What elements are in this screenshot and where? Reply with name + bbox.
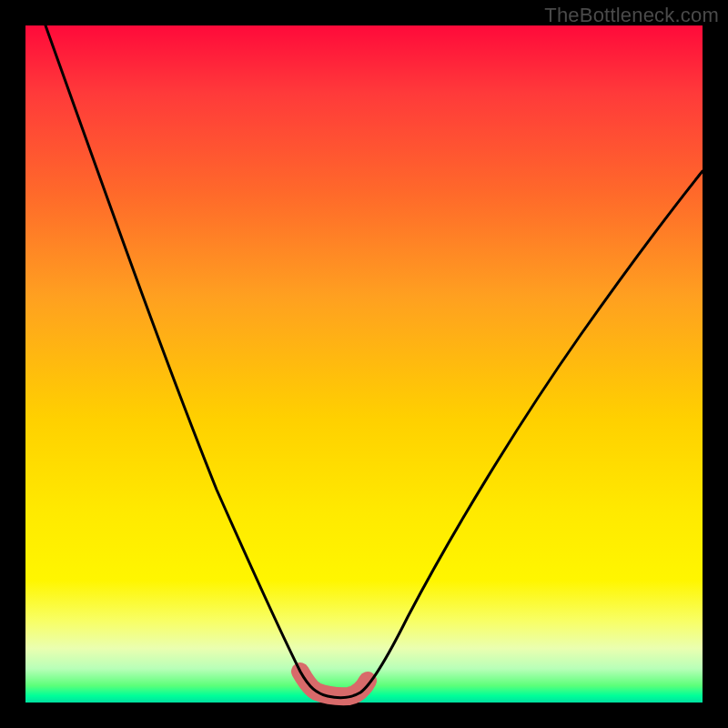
watermark-text: TheBottleneck.com [544, 4, 719, 27]
bottleneck-curve [46, 25, 703, 698]
chart-svg [25, 25, 703, 703]
chart-frame: TheBottleneck.com [0, 0, 728, 728]
chart-plot-area [25, 25, 703, 703]
